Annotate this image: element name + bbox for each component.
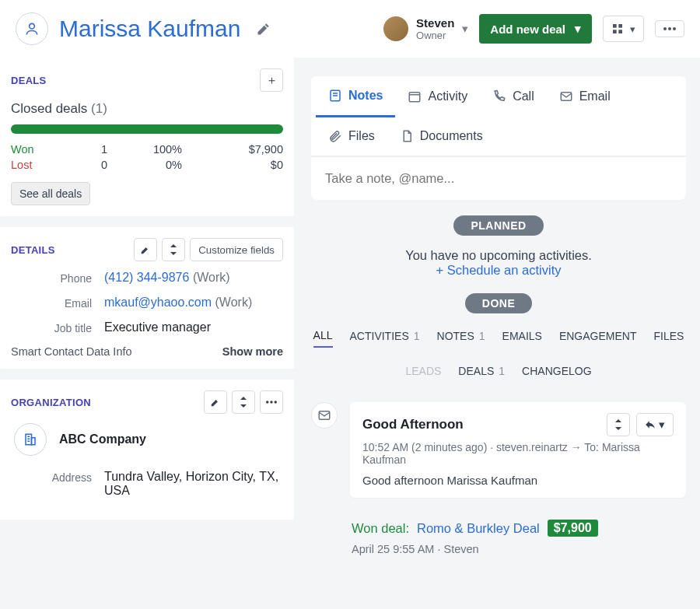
lost-amount: $0 bbox=[213, 159, 283, 171]
tab-documents[interactable]: Documents bbox=[387, 117, 495, 156]
svg-point-0 bbox=[30, 23, 35, 29]
tab-activity-label: Activity bbox=[428, 89, 467, 103]
add-deal-icon-button[interactable]: ＋ bbox=[260, 68, 283, 92]
mail-icon bbox=[311, 402, 338, 429]
filter-engagement[interactable]: ENGAGEMENT bbox=[559, 329, 637, 348]
org-title: ORGANIZATION bbox=[11, 397, 91, 408]
won-label: Won bbox=[11, 143, 59, 156]
tab-call[interactable]: Call bbox=[480, 76, 547, 117]
org-more-button[interactable] bbox=[260, 390, 283, 414]
note-icon bbox=[328, 89, 342, 103]
jobtitle-label: Job title bbox=[11, 320, 104, 334]
deal-name-link[interactable]: Romo & Burkley Deal bbox=[417, 521, 540, 536]
closed-deals-label: Closed deals bbox=[11, 101, 87, 116]
chevron-down-icon: ▾ bbox=[575, 22, 581, 36]
details-panel: DETAILS Customize fields Phone (412) 344… bbox=[0, 227, 294, 369]
reply-dropdown-button[interactable]: ▾ bbox=[636, 413, 674, 436]
filter-emails[interactable]: EMAILS bbox=[502, 329, 542, 348]
org-name[interactable]: ABC Company bbox=[59, 432, 146, 446]
add-new-deal-label: Add new deal bbox=[490, 23, 565, 36]
chevron-down-icon: ▾ bbox=[659, 418, 665, 431]
tab-notes[interactable]: Notes bbox=[316, 76, 395, 117]
svg-rect-3 bbox=[613, 30, 617, 33]
filter-activities-count: 1 bbox=[414, 330, 420, 342]
won-amount: $7,900 bbox=[213, 143, 283, 156]
filter-activities[interactable]: ACTIVITIES 1 bbox=[350, 329, 420, 348]
timeline-filters: ALL ACTIVITIES 1 NOTES 1 EMAILS ENGAGEME… bbox=[311, 329, 686, 382]
mail-icon bbox=[559, 89, 573, 103]
email-body: Good afternoon Marissa Kaufman bbox=[362, 474, 674, 487]
closed-deals-line: Closed deals (1) bbox=[11, 101, 283, 117]
timeline-email-item[interactable]: Good Afternoon ▾ 10:52 AM (2 minutes ago… bbox=[350, 402, 686, 498]
owner-name: Steven bbox=[416, 16, 454, 30]
note-input-area[interactable] bbox=[311, 156, 686, 200]
tab-email-label: Email bbox=[579, 89, 611, 103]
owner-role: Owner bbox=[416, 30, 454, 41]
owner-selector[interactable]: Steven Owner ▾ bbox=[383, 16, 468, 41]
phone-label: Phone bbox=[11, 271, 104, 285]
show-more-button[interactable]: Show more bbox=[222, 345, 283, 358]
contact-avatar bbox=[16, 12, 48, 45]
filter-all[interactable]: ALL bbox=[313, 329, 333, 348]
details-title: DETAILS bbox=[11, 244, 55, 256]
expand-email-button[interactable] bbox=[607, 413, 630, 436]
owner-avatar bbox=[383, 16, 408, 41]
filter-files[interactable]: FILES bbox=[654, 329, 684, 348]
svg-rect-4 bbox=[618, 30, 622, 33]
edit-contact-icon[interactable] bbox=[256, 21, 271, 37]
filter-notes-count: 1 bbox=[479, 330, 485, 342]
won-count: 1 bbox=[59, 143, 107, 156]
email-type: (Work) bbox=[215, 296, 253, 309]
reorder-details-button[interactable] bbox=[162, 238, 185, 261]
tab-email[interactable]: Email bbox=[547, 76, 623, 117]
deals-progress-bar bbox=[11, 124, 283, 134]
see-all-deals-button[interactable]: See all deals bbox=[11, 182, 90, 205]
reorder-org-button[interactable] bbox=[232, 390, 255, 414]
svg-point-6 bbox=[668, 27, 671, 30]
tab-activity[interactable]: Activity bbox=[395, 76, 480, 117]
svg-rect-1 bbox=[613, 24, 617, 28]
filter-changelog[interactable]: CHANGELOG bbox=[522, 365, 591, 382]
tab-notes-label: Notes bbox=[348, 89, 383, 103]
contact-name[interactable]: Marissa Kaufman bbox=[59, 16, 240, 42]
edit-details-button[interactable] bbox=[134, 238, 157, 261]
svg-point-8 bbox=[266, 401, 269, 404]
filter-leads[interactable]: LEADS bbox=[405, 365, 441, 382]
deals-lost-row: Lost 0 0% $0 bbox=[11, 159, 283, 171]
svg-rect-2 bbox=[618, 24, 622, 28]
svg-rect-12 bbox=[32, 438, 36, 445]
address-value[interactable]: Tundra Valley, Horizon City, TX, USA bbox=[104, 470, 283, 498]
email-label: Email bbox=[11, 296, 104, 310]
email-value[interactable]: mkauf@yhaoo.com bbox=[104, 296, 212, 309]
deal-subline: April 25 9:55 AM · Steven bbox=[352, 543, 686, 555]
svg-point-7 bbox=[673, 27, 676, 30]
svg-point-5 bbox=[663, 27, 667, 30]
lost-pct: 0% bbox=[107, 159, 213, 171]
paperclip-icon bbox=[328, 129, 342, 143]
timeline-deal-item: Won deal: Romo & Burkley Deal $7,900 bbox=[352, 520, 686, 537]
tab-call-label: Call bbox=[513, 89, 534, 103]
document-icon bbox=[400, 129, 414, 143]
more-actions-button[interactable] bbox=[655, 20, 684, 37]
phone-value[interactable]: (412) 344-9876 bbox=[104, 271, 189, 284]
customize-fields-button[interactable]: Customize fields bbox=[190, 238, 283, 261]
filter-notes[interactable]: NOTES 1 bbox=[437, 329, 485, 348]
filter-activities-label: ACTIVITIES bbox=[350, 330, 409, 342]
schedule-activity-link[interactable]: + Schedule an activity bbox=[311, 263, 686, 278]
tab-files[interactable]: Files bbox=[316, 117, 387, 156]
phone-type: (Work) bbox=[193, 271, 230, 284]
deals-panel: DEALS ＋ Closed deals (1) Won 1 100% $7,9… bbox=[0, 58, 294, 216]
won-deal-prefix: Won deal: bbox=[352, 521, 409, 536]
filter-deals-label: DEALS bbox=[458, 365, 494, 377]
deals-title: DEALS bbox=[11, 75, 47, 86]
tab-documents-label: Documents bbox=[420, 129, 483, 143]
closed-deals-count: (1) bbox=[91, 101, 107, 116]
edit-org-button[interactable] bbox=[204, 390, 227, 414]
view-mode-button[interactable]: ▾ bbox=[603, 16, 644, 42]
add-new-deal-button[interactable]: Add new deal ▾ bbox=[479, 14, 592, 44]
calendar-icon bbox=[408, 89, 422, 103]
email-subject: Good Afternoon bbox=[362, 417, 464, 432]
email-meta: 10:52 AM (2 minutes ago) · steven.reinar… bbox=[362, 441, 674, 466]
filter-deals[interactable]: DEALS 1 bbox=[458, 365, 505, 382]
note-input[interactable] bbox=[325, 171, 672, 186]
